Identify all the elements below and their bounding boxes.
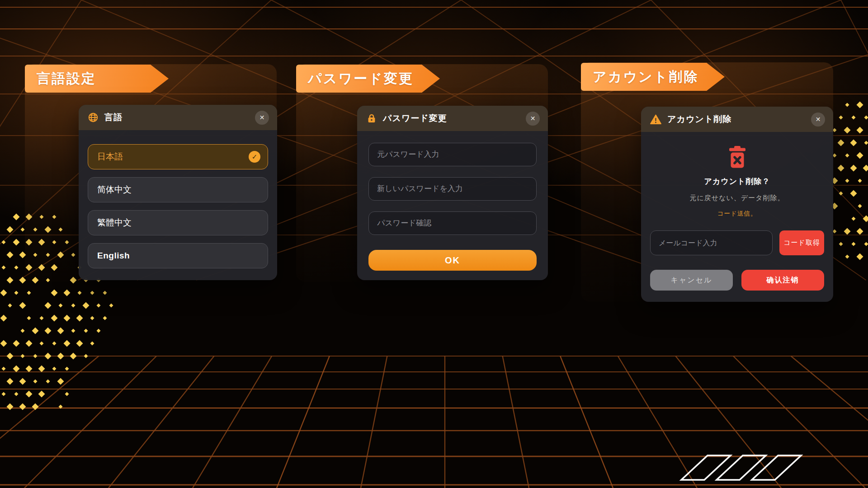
- banner-label: 言語設定: [37, 70, 96, 88]
- language-settings-panel: 言語設定 言語 ✕ 日本語 ✓: [25, 64, 277, 282]
- option-label: 简体中文: [97, 184, 132, 196]
- warning-icon: [650, 114, 661, 125]
- banner-label: アカウント削除: [593, 68, 699, 86]
- close-icon[interactable]: ✕: [811, 113, 825, 127]
- language-option-traditional-chinese[interactable]: 繁體中文: [88, 210, 268, 235]
- close-icon[interactable]: ✕: [255, 111, 269, 125]
- get-code-button[interactable]: コード取得: [779, 230, 824, 255]
- banner-label: パスワード変更: [308, 70, 414, 88]
- confirm-delete-button[interactable]: 确认注销: [741, 270, 824, 291]
- screen: 言語設定 言語 ✕ 日本語 ✓: [0, 0, 868, 488]
- delete-modal-title: アカウント削除: [667, 113, 811, 125]
- delete-warning-text: 元に戻せない、データ削除。: [650, 194, 824, 202]
- close-icon[interactable]: ✕: [526, 112, 540, 126]
- code-sent-hint: コード送信。: [650, 210, 824, 218]
- password-change-banner: パスワード変更: [296, 65, 440, 93]
- code-input-row: コード取得: [650, 230, 824, 255]
- delete-modal-header: アカウント削除 ✕: [641, 107, 833, 132]
- password-modal: パスワード変更 ✕ OK: [357, 106, 548, 280]
- password-form: OK: [357, 131, 548, 271]
- password-change-panel: パスワード変更 パスワード変更 ✕ OK: [296, 64, 548, 282]
- language-option-japanese[interactable]: 日本語 ✓: [88, 144, 268, 169]
- delete-modal-body: アカウント削除？ 元に戻せない、データ削除。 コード送信。 コード取得 キャンセ…: [641, 146, 833, 291]
- option-label: 日本語: [97, 151, 123, 163]
- trash-icon: [727, 146, 747, 168]
- delete-account-banner: アカウント削除: [581, 63, 725, 91]
- cancel-button[interactable]: キャンセル: [650, 270, 733, 291]
- check-icon: ✓: [249, 151, 260, 163]
- delete-action-row: キャンセル 确认注销: [650, 270, 824, 291]
- confirm-password-input[interactable]: [368, 211, 537, 235]
- lock-icon: [366, 113, 377, 124]
- option-label: English: [97, 251, 130, 261]
- password-modal-title: パスワード変更: [383, 113, 526, 124]
- new-password-input[interactable]: [368, 177, 537, 201]
- password-modal-header: パスワード変更 ✕: [357, 106, 548, 131]
- language-modal: 言語 ✕ 日本語 ✓ 简体中文 繁體中文 English: [79, 105, 277, 280]
- delete-account-modal: アカウント削除 ✕ アカウント削除？ 元に戻せない、データ削除。 コード送信。 …: [641, 107, 833, 302]
- option-label: 繁體中文: [97, 217, 132, 229]
- email-code-input[interactable]: [650, 230, 773, 255]
- delete-account-panel: アカウント削除 アカウント削除 ✕ アカウント削除？: [581, 62, 833, 302]
- language-option-english[interactable]: English: [88, 243, 268, 268]
- language-option-list: 日本語 ✓ 简体中文 繁體中文 English: [79, 130, 277, 268]
- language-option-simplified-chinese[interactable]: 简体中文: [88, 177, 268, 202]
- globe-icon: [88, 112, 99, 123]
- language-modal-header: 言語 ✕: [79, 105, 277, 130]
- ok-button[interactable]: OK: [368, 250, 537, 271]
- language-settings-banner: 言語設定: [25, 65, 169, 93]
- delete-confirm-heading: アカウント削除？: [650, 176, 824, 187]
- old-password-input[interactable]: [368, 143, 537, 166]
- language-modal-title: 言語: [104, 112, 255, 123]
